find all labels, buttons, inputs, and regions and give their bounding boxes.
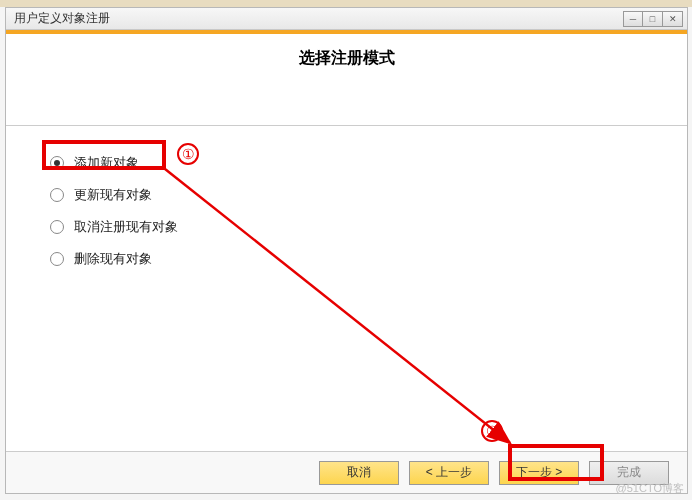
close-button[interactable]: ✕ bbox=[663, 11, 683, 27]
radio-icon bbox=[50, 252, 64, 266]
minimize-button[interactable]: ─ bbox=[623, 11, 643, 27]
window-title: 用户定义对象注册 bbox=[10, 10, 623, 27]
radio-icon bbox=[50, 156, 64, 170]
button-bar: 取消 < 上一步 下一步 > 完成 bbox=[6, 451, 687, 493]
background-tab-strip bbox=[0, 0, 692, 7]
page-title: 选择注册模式 bbox=[299, 48, 395, 69]
radio-unregister[interactable]: 取消注册现有对象 bbox=[50, 218, 643, 236]
maximize-button[interactable]: □ bbox=[643, 11, 663, 27]
radio-icon bbox=[50, 220, 64, 234]
next-button[interactable]: 下一步 > bbox=[499, 461, 579, 485]
cancel-button[interactable]: 取消 bbox=[319, 461, 399, 485]
window-controls: ─ □ ✕ bbox=[623, 11, 683, 27]
content-area: 添加新对象 更新现有对象 取消注册现有对象 删除现有对象 bbox=[6, 126, 687, 442]
radio-label: 删除现有对象 bbox=[74, 250, 152, 268]
titlebar: 用户定义对象注册 ─ □ ✕ bbox=[6, 8, 687, 30]
radio-label: 更新现有对象 bbox=[74, 186, 152, 204]
radio-label: 取消注册现有对象 bbox=[74, 218, 178, 236]
radio-update-existing[interactable]: 更新现有对象 bbox=[50, 186, 643, 204]
dialog-window: 用户定义对象注册 ─ □ ✕ 选择注册模式 添加新对象 更新现有对象 取消注册现… bbox=[5, 7, 688, 494]
radio-delete[interactable]: 删除现有对象 bbox=[50, 250, 643, 268]
prev-button[interactable]: < 上一步 bbox=[409, 461, 489, 485]
radio-label: 添加新对象 bbox=[74, 154, 139, 172]
radio-add-new[interactable]: 添加新对象 bbox=[50, 154, 643, 172]
mode-radio-group: 添加新对象 更新现有对象 取消注册现有对象 删除现有对象 bbox=[50, 154, 643, 268]
header-section: 选择注册模式 bbox=[6, 34, 687, 126]
watermark: @51CTO博客 bbox=[616, 481, 684, 496]
radio-icon bbox=[50, 188, 64, 202]
